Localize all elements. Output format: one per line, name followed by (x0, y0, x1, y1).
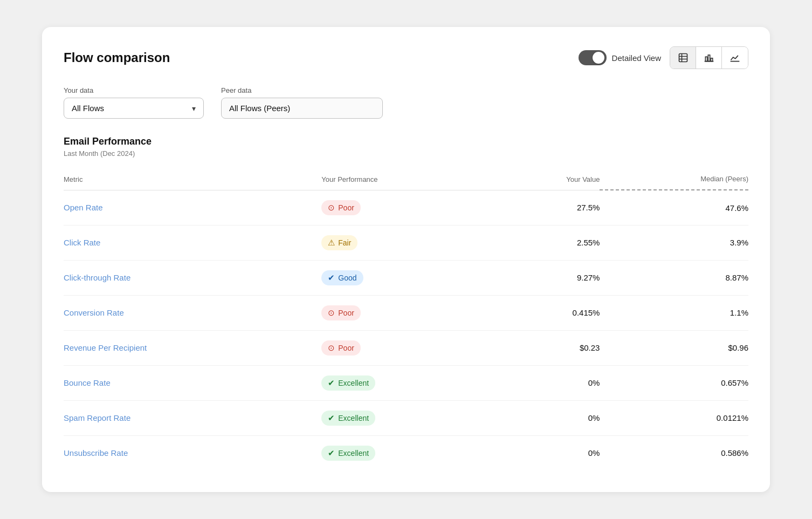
table-header-row: Metric Your Performance Your Value Media… (64, 170, 748, 190)
performance-cell: ✔ Good (321, 260, 496, 295)
email-performance-section: Email Performance Last Month (Dec 2024) (64, 136, 748, 158)
your-value-cell: 27.5% (496, 190, 600, 225)
badge-icon: ⚠ (328, 238, 335, 248)
col-performance: Your Performance (321, 170, 496, 190)
performance-cell: ✔ Excellent (321, 400, 496, 435)
your-value-cell: 9.27% (496, 260, 600, 295)
table-row: Click-through Rate ✔ Good 9.27% 8.87% (64, 260, 748, 295)
chevron-down-icon: ▾ (192, 104, 196, 113)
detailed-view-toggle-wrapper: Detailed View (579, 50, 661, 65)
median-cell: 0.657% (600, 365, 748, 400)
metric-cell: Open Rate (64, 190, 321, 225)
peer-data-value: All Flows (Peers) (221, 98, 383, 119)
metric-link-unsubscribe-rate[interactable]: Unsubscribe Rate (64, 448, 128, 457)
your-value-cell: 0% (496, 365, 600, 400)
your-value-cell: 0% (496, 400, 600, 435)
performance-badge: ✔ Excellent (321, 411, 375, 426)
badge-label: Poor (338, 344, 354, 352)
badge-label: Poor (338, 309, 354, 317)
your-data-group: Your data All Flows ▾ (64, 86, 204, 119)
badge-icon: ✔ (328, 413, 335, 423)
badge-label: Good (338, 274, 356, 282)
table-row: Spam Report Rate ✔ Excellent 0% 0.0121% (64, 400, 748, 435)
median-cell: 3.9% (600, 225, 748, 260)
badge-icon: ⊙ (328, 308, 335, 318)
performance-badge: ⊙ Poor (321, 340, 361, 356)
table-view-button[interactable] (670, 47, 696, 69)
header-controls: Detailed View (579, 46, 748, 69)
badge-icon: ⊙ (328, 203, 335, 213)
performance-cell: ⊙ Poor (321, 330, 496, 365)
table-row: Click Rate ⚠ Fair 2.55% 3.9% (64, 225, 748, 260)
badge-label: Excellent (338, 414, 369, 422)
your-data-dropdown[interactable]: All Flows ▾ (64, 98, 204, 119)
section-title: Email Performance (64, 136, 748, 147)
metric-cell: Spam Report Rate (64, 400, 321, 435)
median-cell: 0.586% (600, 435, 748, 470)
view-button-group (670, 46, 748, 69)
metric-link-revenue-per-recipient[interactable]: Revenue Per Recipient (64, 343, 147, 352)
badge-label: Fair (338, 238, 351, 247)
bar-view-button[interactable] (696, 47, 722, 69)
badge-label: Excellent (338, 449, 369, 457)
table-row: Unsubscribe Rate ✔ Excellent 0% 0.586% (64, 435, 748, 470)
svg-rect-0 (679, 54, 687, 62)
your-value-cell: 2.55% (496, 225, 600, 260)
performance-badge: ⊙ Poor (321, 305, 361, 320)
data-selectors: Your data All Flows ▾ Peer data All Flow… (64, 86, 748, 119)
your-value-cell: 0.415% (496, 295, 600, 330)
table-row: Bounce Rate ✔ Excellent 0% 0.657% (64, 365, 748, 400)
metric-cell: Click Rate (64, 225, 321, 260)
performance-cell: ⚠ Fair (321, 225, 496, 260)
svg-rect-5 (708, 55, 710, 62)
badge-icon: ✔ (328, 448, 335, 458)
performance-badge: ✔ Excellent (321, 375, 375, 391)
toggle-knob (593, 52, 604, 64)
badge-label: Poor (338, 203, 354, 212)
performance-cell: ⊙ Poor (321, 295, 496, 330)
median-cell: 1.1% (600, 295, 748, 330)
peer-data-label: Peer data (221, 86, 383, 94)
metric-cell: Unsubscribe Rate (64, 435, 321, 470)
metric-cell: Conversion Rate (64, 295, 321, 330)
badge-icon: ✔ (328, 273, 335, 283)
col-median: Median (Peers) (600, 170, 748, 190)
performance-badge: ✔ Excellent (321, 446, 375, 461)
your-data-value: All Flows (72, 104, 104, 113)
your-value-cell: $0.23 (496, 330, 600, 365)
table-row: Revenue Per Recipient ⊙ Poor $0.23 $0.96 (64, 330, 748, 365)
peer-data-group: Peer data All Flows (Peers) (221, 86, 383, 119)
performance-badge: ⊙ Poor (321, 200, 361, 215)
metric-cell: Revenue Per Recipient (64, 330, 321, 365)
detailed-view-toggle[interactable] (579, 50, 607, 65)
badge-label: Excellent (338, 379, 369, 387)
metric-link-click-rate[interactable]: Click Rate (64, 238, 100, 247)
table-row: Open Rate ⊙ Poor 27.5% 47.6% (64, 190, 748, 225)
toggle-label: Detailed View (612, 53, 661, 63)
your-data-label: Your data (64, 86, 204, 94)
median-cell: $0.96 (600, 330, 748, 365)
metric-link-open-rate[interactable]: Open Rate (64, 203, 103, 212)
metric-cell: Bounce Rate (64, 365, 321, 400)
page-title: Flow comparison (64, 50, 170, 65)
median-cell: 0.0121% (600, 400, 748, 435)
metric-cell: Click-through Rate (64, 260, 321, 295)
performance-badge: ⚠ Fair (321, 235, 357, 250)
table-row: Conversion Rate ⊙ Poor 0.415% 1.1% (64, 295, 748, 330)
performance-table: Metric Your Performance Your Value Media… (64, 170, 748, 470)
metric-link-click-through-rate[interactable]: Click-through Rate (64, 273, 130, 282)
metric-link-conversion-rate[interactable]: Conversion Rate (64, 308, 124, 317)
svg-rect-6 (711, 58, 712, 62)
your-value-cell: 0% (496, 435, 600, 470)
performance-badge: ✔ Good (321, 270, 363, 285)
metric-link-bounce-rate[interactable]: Bounce Rate (64, 378, 111, 387)
col-your-value: Your Value (496, 170, 600, 190)
flow-comparison-card: Flow comparison Detailed View (42, 27, 770, 492)
badge-icon: ✔ (328, 378, 335, 388)
svg-rect-4 (705, 57, 707, 62)
median-cell: 8.87% (600, 260, 748, 295)
section-subtitle: Last Month (Dec 2024) (64, 149, 748, 158)
performance-cell: ✔ Excellent (321, 365, 496, 400)
metric-link-spam-report-rate[interactable]: Spam Report Rate (64, 413, 130, 422)
line-view-button[interactable] (722, 47, 748, 69)
